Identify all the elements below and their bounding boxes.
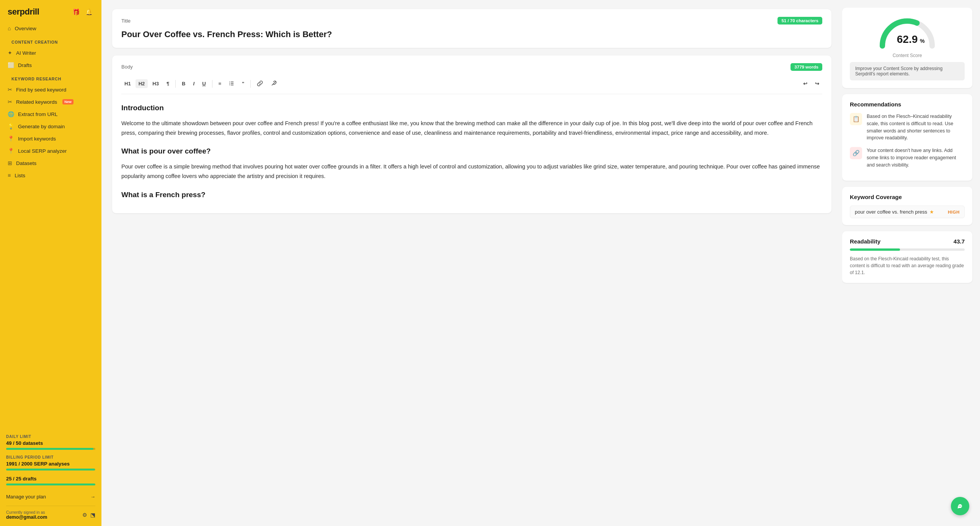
logout-icon[interactable]: ⬔ [90, 512, 95, 518]
sidebar-item-generate-domain[interactable]: 💡 Generate by domain [4, 120, 98, 132]
home-icon: ⌂ [8, 25, 11, 31]
body-content[interactable]: Introduction Welcome to the ultimate sho… [121, 102, 822, 201]
drafts-limit-section: 25 / 25 drafts [6, 476, 95, 485]
keyword-coverage-title: Keyword Coverage [850, 194, 965, 200]
drafts-icon: ⬜ [8, 62, 14, 68]
sidebar-bottom: DAILY LIMIT 49 / 50 datasets BILLING PER… [0, 429, 101, 520]
links-rec-icon: 🔗 [850, 147, 862, 159]
section2-heading: What is a French press? [121, 189, 822, 201]
title-card: Title 51 / 70 characters Pour Over Coffe… [112, 9, 831, 48]
lists-label: Lists [15, 173, 25, 178]
sidebar-item-extract-url[interactable]: 🌐 Extract from URL [4, 108, 98, 120]
billing-limit-value: 1991 / 2000 SERP analyses [6, 461, 95, 467]
sidebar-item-local-serp[interactable]: 📍 Local SERP analyzer [4, 145, 98, 157]
logo: serpdrill [8, 7, 39, 17]
score-card: 62.9 % Content Score Improve your Conten… [842, 8, 972, 88]
redo-button[interactable]: ↪ [812, 79, 822, 88]
h2-button[interactable]: H2 [136, 79, 148, 88]
sidebar-item-overview[interactable]: ⌂ Overview [4, 22, 98, 34]
high-badge: HIGH [948, 210, 960, 214]
manage-plan-link[interactable]: Manage your plan → [6, 492, 95, 502]
word-count-badge: 3779 words [791, 63, 822, 71]
user-email: demo@gmail.com [6, 515, 47, 520]
sidebar-item-import-keywords[interactable]: 📍 Import keywords [4, 132, 98, 145]
recommendations-card: Recommendations 📋 Based on the Flesch–Ki… [842, 94, 972, 181]
daily-limit-value: 49 / 50 datasets [6, 440, 95, 446]
daily-limit-track [6, 448, 95, 450]
svg-point-11 [960, 506, 960, 506]
ai-writer-label: AI Writer [16, 50, 36, 56]
section1-heading: What is pour over coffee? [121, 145, 822, 157]
readability-rec-text: Based on the Flesch–Kincaid readability … [867, 113, 965, 142]
underline-button[interactable]: U [199, 79, 209, 88]
char-count-badge: 51 / 70 characters [777, 17, 822, 25]
drafts-limit-value: 25 / 25 drafts [6, 476, 95, 482]
signed-in-section: Currently signed in as demo@gmail.com ⚙ … [6, 506, 95, 520]
bullet-list-button[interactable]: ≡ [216, 79, 225, 88]
sidebar-item-datasets[interactable]: ⊞ Datasets [4, 157, 98, 169]
extract-url-label: Extract from URL [18, 111, 58, 117]
readability-rec-icon: 📋 [850, 113, 862, 125]
unlink-button[interactable] [268, 78, 280, 89]
intro-paragraph: Welcome to the ultimate showdown between… [121, 119, 822, 137]
find-seed-label: Find by seed keyword [16, 87, 66, 93]
body-card: Body 3779 words H1 H2 H3 ¶ B I U ≡ 123 " [112, 56, 831, 213]
drafts-limit-track [6, 484, 95, 485]
sidebar-item-ai-writer[interactable]: ✦ AI Writer [4, 47, 98, 59]
drafts-label: Drafts [18, 62, 32, 68]
article-title[interactable]: Pour Over Coffee vs. French Press: Which… [121, 29, 822, 40]
section-keyword-research: KEYWORD RESEARCH [4, 71, 98, 83]
keyword-row: pour over coffee vs. french press ★ HIGH [850, 206, 965, 218]
italic-button[interactable]: I [190, 79, 198, 88]
svg-text:%: % [920, 38, 925, 44]
score-label: Content Score [850, 53, 965, 58]
h3-button[interactable]: H3 [149, 79, 162, 88]
body-card-header: Body 3779 words [121, 63, 822, 71]
svg-text:3: 3 [229, 84, 230, 86]
paragraph-button[interactable]: ¶ [163, 79, 172, 88]
readability-header: Readability 43.7 [850, 238, 965, 245]
seed-icon: ✂ [8, 87, 12, 93]
svg-text:62.9: 62.9 [897, 33, 918, 45]
svg-line-6 [272, 82, 276, 85]
sidebar-nav: ⌂ Overview CONTENT CREATION ✦ AI Writer … [0, 22, 101, 181]
bell-icon[interactable]: 🔔 [85, 8, 94, 16]
title-label: Title [121, 18, 131, 24]
datasets-icon: ⊞ [8, 160, 12, 166]
sidebar-item-find-seed[interactable]: ✂ Find by seed keyword [4, 83, 98, 96]
related-keywords-label: Related keywords [16, 99, 57, 105]
serp-icon: 📍 [8, 148, 14, 154]
link-button[interactable] [254, 78, 266, 89]
blockquote-button[interactable]: " [239, 79, 247, 88]
svg-point-12 [961, 506, 962, 506]
readability-bar-fill [850, 248, 900, 251]
editor-toolbar: H1 H2 H3 ¶ B I U ≡ 123 " ↩ ↪ [121, 75, 822, 94]
overview-label: Overview [15, 26, 36, 31]
local-serp-label: Local SERP analyzer [18, 148, 67, 154]
chat-bubble[interactable] [951, 497, 969, 515]
gift-icon[interactable]: 🎁 [72, 8, 81, 16]
settings-icon[interactable]: ⚙ [82, 512, 87, 518]
domain-icon: 💡 [8, 123, 14, 129]
sidebar-item-drafts[interactable]: ⬜ Drafts [4, 59, 98, 71]
readability-card: Readability 43.7 Based on the Flesch-Kin… [842, 231, 972, 283]
keyword-label: pour over coffee vs. french press [855, 209, 927, 215]
datasets-label: Datasets [16, 160, 36, 166]
sidebar-item-related-keywords[interactable]: ✂ Related keywords New [4, 96, 98, 108]
main-editor: Title 51 / 70 characters Pour Over Coffe… [101, 0, 842, 526]
toolbar-sep-2 [212, 80, 212, 88]
billing-limit-section: BILLING PERIOD LIMIT 1991 / 2000 SERP an… [6, 455, 95, 470]
undo-redo-group: ↩ ↪ [800, 79, 822, 88]
toolbar-sep-3 [250, 80, 251, 88]
bold-button[interactable]: B [179, 79, 188, 88]
title-card-header: Title 51 / 70 characters [121, 17, 822, 25]
drafts-limit-fill [6, 484, 95, 485]
h1-button[interactable]: H1 [121, 79, 134, 88]
sidebar-item-lists[interactable]: ≡ Lists [4, 169, 98, 181]
numbered-list-button[interactable]: 123 [226, 79, 237, 89]
related-icon: ✂ [8, 99, 12, 105]
undo-button[interactable]: ↩ [800, 79, 810, 88]
keyword-text: pour over coffee vs. french press ★ [855, 209, 934, 215]
sidebar-header: serpdrill 🎁 🔔 [0, 0, 101, 22]
score-gauge: 62.9 % [877, 15, 938, 50]
